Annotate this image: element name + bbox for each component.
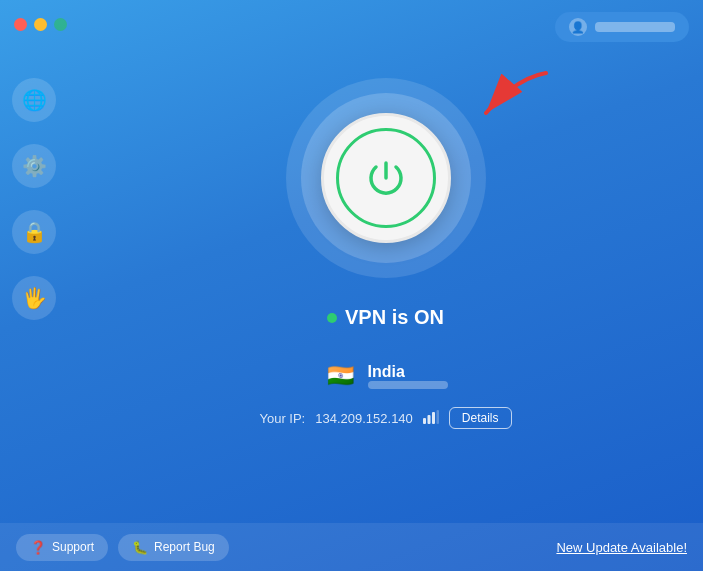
location-info: 🇮🇳 India [324, 359, 448, 393]
svg-rect-3 [432, 412, 435, 424]
location-sub-blur [368, 381, 448, 389]
settings-icon: ⚙️ [22, 154, 47, 178]
country-flag: 🇮🇳 [324, 359, 358, 393]
sidebar-item-security[interactable]: 🔒 [12, 210, 56, 254]
report-bug-label: Report Bug [154, 540, 215, 554]
title-bar: 👤 [0, 0, 703, 48]
user-name-blur [595, 22, 675, 32]
support-label: Support [52, 540, 94, 554]
traffic-lights [14, 18, 67, 31]
sidebar-item-location[interactable]: 🌐 [12, 78, 56, 122]
ip-row: Your IP: 134.209.152.140 Details [259, 407, 511, 429]
status-dot [327, 313, 337, 323]
sidebar-item-privacy[interactable]: 🖐 [12, 276, 56, 320]
bottom-bar: ❓ Support 🐛 Report Bug New Update Availa… [0, 523, 703, 571]
ip-label: Your IP: [259, 411, 305, 426]
signal-icon [423, 410, 439, 427]
vpn-status-text: VPN is ON [345, 306, 444, 329]
user-avatar-icon: 👤 [569, 18, 587, 36]
main-content: VPN is ON 🇮🇳 India Your IP: 134.209.152.… [68, 48, 703, 571]
svg-rect-4 [436, 410, 439, 424]
lock-icon: 🔒 [22, 220, 47, 244]
support-icon: ❓ [30, 540, 46, 555]
arrow-indicator [436, 68, 556, 148]
power-button[interactable] [321, 113, 451, 243]
report-bug-button[interactable]: 🐛 Report Bug [118, 534, 229, 561]
power-button-inner [336, 128, 436, 228]
sidebar: 🌐 ⚙️ 🔒 🖐 [0, 48, 68, 571]
ip-address: 134.209.152.140 [315, 411, 413, 426]
update-link[interactable]: New Update Available! [556, 540, 687, 555]
user-account-button[interactable]: 👤 [555, 12, 689, 42]
sidebar-item-settings[interactable]: ⚙️ [12, 144, 56, 188]
power-icon [361, 153, 411, 203]
details-button[interactable]: Details [449, 407, 512, 429]
support-button[interactable]: ❓ Support [16, 534, 108, 561]
power-button-container [276, 68, 496, 288]
svg-rect-2 [427, 415, 430, 424]
hand-icon: 🖐 [22, 286, 47, 310]
svg-rect-1 [423, 418, 426, 424]
country-name: India [368, 363, 448, 381]
location-icon: 🌐 [22, 88, 47, 112]
bug-icon: 🐛 [132, 540, 148, 555]
location-row: 🇮🇳 India [324, 359, 448, 393]
vpn-status: VPN is ON [327, 306, 444, 329]
maximize-button[interactable] [54, 18, 67, 31]
minimize-button[interactable] [34, 18, 47, 31]
close-button[interactable] [14, 18, 27, 31]
